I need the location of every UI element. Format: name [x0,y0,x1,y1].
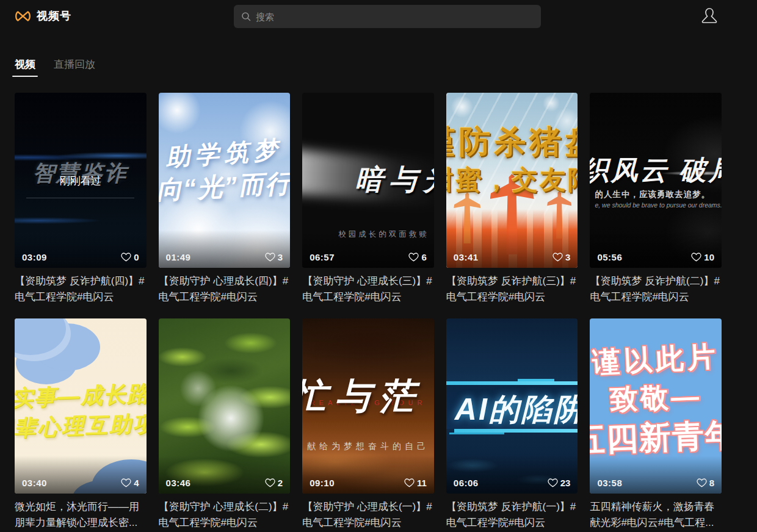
video-thumbnail[interactable]: 谨以此片 致敬— 五四新青年 03:58 8 [590,318,722,494]
video-thumbnail[interactable]: AI的陷阱 06:06 23 [446,318,578,494]
video-thumbnail[interactable]: 智慧鉴诈 刚刚看过 03:09 0 [15,93,147,268]
thumb-art-text: 向“光”而行 [159,166,291,207]
thumb-art-subtext: 献给为梦想奋斗的自己 [302,441,434,452]
thumb-art-text: 谨以此片 [592,338,720,383]
video-grid: 智慧鉴诈 刚刚看过 03:09 0 【资助筑梦 反诈护航(四)】#电气工程学院#… [15,93,722,531]
brand: 视频号 [15,9,71,23]
thumb-art-text: AI的陷阱 [455,389,578,430]
video-duration: 05:56 [597,252,622,262]
video-thumbnail[interactable]: REALIZING YOUR 忙与茫 献给为梦想奋斗的自己 09:10 11 [302,318,434,494]
video-thumbnail[interactable]: 助学筑梦 向“光”而行 01:49 3 [159,93,291,268]
heart-icon [408,253,419,262]
thumb-meta: 09:10 11 [302,456,434,494]
video-card: 03:46 2 【资助守护 心理成长(二)】#电气工程学院#电闪云 [159,318,291,531]
thumb-art-text: 朋辈心理互助项目 [15,408,147,445]
video-card: AI的陷阱 06:06 23 【资助筑梦 反诈护航(一)】#电气工程学院#电闪云 [446,318,578,531]
like-count: 11 [404,478,427,488]
heart-icon [265,253,275,262]
like-count: 23 [548,478,571,488]
heart-icon [691,253,701,262]
thumb-meta: 01:49 3 [159,230,291,268]
search-bar[interactable] [234,5,541,28]
heart-icon [121,253,131,262]
video-card: 暗与光 校园成长的双面救赎 06:57 6 【资助守护 心理成长(三)】#电气工… [302,93,434,305]
video-card: 智慧鉴诈 刚刚看过 03:09 0 【资助筑梦 反诈护航(四)】#电气工程学院#… [15,93,147,305]
video-thumbnail[interactable]: 做实事—成长路上 朋辈心理互助项目 03:40 4 [15,318,147,494]
heart-icon [404,478,415,487]
video-title[interactable]: 【资助守护 心理成长(二)】#电气工程学院#电闪云 [159,499,291,531]
thumb-meta: 03:09 0 [15,230,147,268]
video-title[interactable]: 【资助守护 心理成长(三)】#电气工程学院#电闪云 [302,273,434,305]
video-title[interactable]: 【资助筑梦 反诈护航(三)】#电气工程学院#电闪云 [446,273,578,305]
thumb-art-subtext: 的人生中，应该勇敢去追梦。 [595,189,710,200]
profile-icon[interactable] [700,6,720,28]
video-thumbnail[interactable]: 03:46 2 [159,318,291,494]
heart-icon [548,478,558,487]
video-duration: 06:06 [454,478,479,488]
like-count: 10 [691,252,714,262]
like-count: 3 [552,252,570,262]
video-card: 助学筑梦 向“光”而行 01:49 3 【资助守护 心理成长(四)】#电气工程学… [159,93,291,305]
thumb-art-text: 拒甜蜜，交友陷阱 [446,163,578,197]
video-card: REALIZING YOUR 忙与茫 献给为梦想奋斗的自己 09:10 11 【… [302,318,434,531]
video-duration: 03:40 [22,478,47,488]
video-thumbnail[interactable]: 织风云 破局之 的人生中，应该勇敢去追梦。 e, we should be br… [590,93,722,268]
tab-videos[interactable]: 视频 [15,57,35,77]
heart-icon [697,478,707,487]
video-title[interactable]: 【资助筑梦 反诈护航(四)】#电气工程学院#电闪云 [15,273,147,305]
thumb-meta: 06:57 6 [302,230,434,268]
video-duration: 03:58 [597,478,622,488]
video-duration: 03:41 [454,252,479,262]
thumb-art-text: 织风云 破局之 [590,153,722,189]
thumb-art-bar [446,381,578,385]
tab-bar: 视频 直播回放 [0,57,757,77]
video-title[interactable]: 【资助守护 心理成长(四)】#电气工程学院#电闪云 [159,273,291,305]
thumb-meta: 03:41 3 [446,230,578,268]
brand-title: 视频号 [37,9,71,23]
video-title[interactable]: 【资助筑梦 反诈护航(二)】#电气工程学院#电闪云 [590,273,722,305]
video-card: 谨以此片 致敬— 五四新青年 03:58 8 五四精神传薪火，激扬青春献光彩#电… [590,318,722,531]
video-card: 织风云 破局之 的人生中，应该勇敢去追梦。 e, we should be br… [590,93,722,305]
video-duration: 09:10 [310,478,335,488]
thumb-art-subtext: e, we should be brave to pursue our drea… [595,201,722,209]
tab-live-replay[interactable]: 直播回放 [54,57,95,77]
search-icon [241,12,251,21]
thumb-art-divider [26,198,134,198]
video-duration: 03:46 [166,478,191,488]
like-count: 6 [408,252,426,262]
thumb-art-text: 暗与光 [355,161,433,199]
thumb-art-text: 五四新青年 [590,414,722,462]
video-thumbnail[interactable]: 暗与光 校园成长的双面救赎 06:57 6 [302,93,434,268]
video-thumbnail[interactable]: 谨防杀猪盘 拒甜蜜，交友陷阱 03:41 3 [446,93,578,268]
video-card: 谨防杀猪盘 拒甜蜜，交友陷阱 03:41 3 【资助筑梦 反诈护航(三)】#电气… [446,93,578,305]
channels-logo-icon [15,9,31,23]
like-count: 2 [265,478,283,488]
heart-icon [552,253,563,262]
video-duration: 03:09 [22,252,47,262]
like-count: 0 [121,252,139,262]
thumb-meta: 03:40 4 [15,456,147,494]
search-input[interactable] [256,12,534,22]
heart-icon [121,478,131,487]
video-duration: 06:57 [310,252,335,262]
thumb-meta: 05:56 10 [590,230,722,268]
thumb-meta: 03:58 8 [590,456,722,494]
like-count: 3 [265,252,283,262]
video-title[interactable]: 微光如炬，沐光而行——用朋辈力量解锁心理成长密... [15,499,147,531]
video-duration: 01:49 [166,252,191,262]
video-title[interactable]: 五四精神传薪火，激扬青春献光彩#电闪云#电气工程... [590,499,722,531]
thumb-meta: 06:06 23 [446,456,578,494]
video-title[interactable]: 【资助守护 心理成长(一)】#电气工程学院#电闪云 [302,499,434,531]
thumb-meta: 03:46 2 [159,456,291,494]
video-card: 做实事—成长路上 朋辈心理互助项目 03:40 4 微光如炬，沐光而行——用朋辈… [15,318,147,531]
like-count: 8 [697,478,714,488]
heart-icon [265,478,275,487]
video-title[interactable]: 【资助筑梦 反诈护航(一)】#电气工程学院#电闪云 [446,499,578,531]
thumb-art-text: 忙与茫 [302,373,423,420]
thumb-art-cloud [15,318,71,361]
header: 视频号 [0,0,757,33]
like-count: 4 [121,478,139,488]
thumb-art-text: 致敬— [609,378,702,419]
thumb-art-text: 谨防杀猪盘 [446,121,578,164]
recently-watched-badge: 刚刚看过 [15,173,147,187]
